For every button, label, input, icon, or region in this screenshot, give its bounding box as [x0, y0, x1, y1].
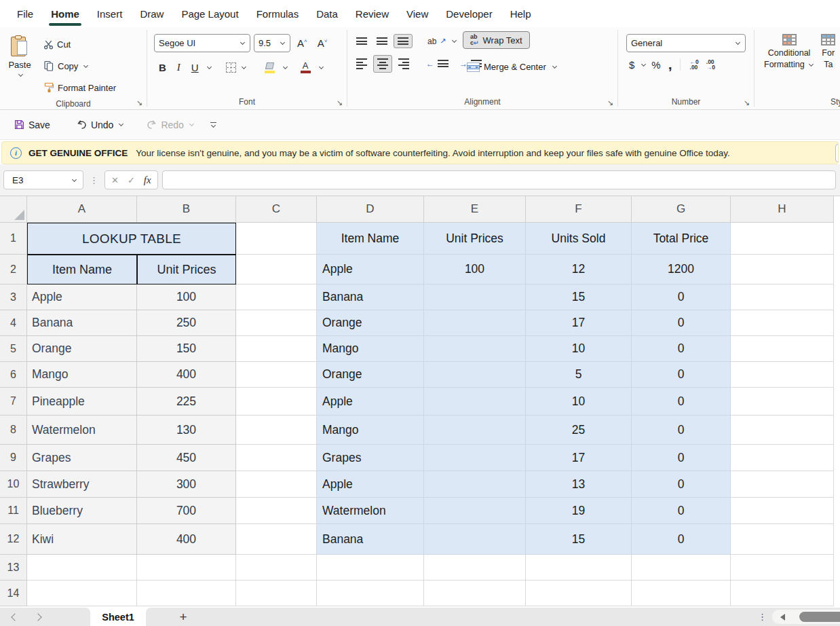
paste-button[interactable]: Paste: [0, 34, 39, 98]
cell-E13[interactable]: [424, 555, 526, 581]
scrollbar-thumb[interactable]: [799, 612, 840, 622]
increase-decimal-button[interactable]: ←0.00: [687, 59, 702, 71]
cell-F2[interactable]: 12: [526, 255, 632, 284]
row-header-8[interactable]: 8: [0, 416, 27, 445]
cell-F13[interactable]: [526, 555, 632, 581]
merge-center-button[interactable]: Merge & Center: [463, 60, 562, 74]
cell-G7[interactable]: 0: [632, 388, 731, 416]
cell-A12[interactable]: Kiwi: [27, 524, 137, 555]
row-header-13[interactable]: 13: [0, 555, 27, 581]
cell-D3[interactable]: Banana: [317, 284, 424, 310]
tab-page-layout[interactable]: Page Layout: [172, 0, 247, 27]
cell-H1[interactable]: [731, 223, 834, 255]
cell-H11[interactable]: [731, 498, 834, 524]
conditional-formatting-button[interactable]: Conditional Formatting: [764, 34, 814, 94]
cell-H9[interactable]: [731, 445, 834, 471]
cell-E4[interactable]: [424, 310, 526, 336]
customize-toolbar-button[interactable]: [210, 122, 218, 128]
cut-button[interactable]: Cut: [39, 34, 147, 54]
chevron-down-icon[interactable]: [641, 61, 646, 66]
cell-D6[interactable]: Orange: [317, 362, 424, 388]
row-header-12[interactable]: 12: [0, 524, 27, 555]
cell-B13[interactable]: [137, 555, 236, 581]
cell-F6[interactable]: 5: [526, 362, 632, 388]
cell-A7[interactable]: Pineapple: [27, 388, 137, 416]
cell-B4[interactable]: 250: [137, 310, 236, 336]
cell-B3[interactable]: 100: [137, 284, 236, 310]
cell-D11[interactable]: Watermelon: [317, 498, 424, 524]
cell-G12[interactable]: 0: [632, 524, 731, 555]
cell-E7[interactable]: [424, 388, 526, 416]
cell-F8[interactable]: 25: [526, 416, 632, 445]
cell-G8[interactable]: 0: [632, 416, 731, 445]
number-dialog-launcher-icon[interactable]: ↘: [744, 99, 750, 107]
column-header-G[interactable]: G: [632, 196, 731, 223]
italic-button[interactable]: I: [172, 60, 185, 75]
decrease-font-size-button[interactable]: A˅: [314, 37, 331, 49]
align-right-button[interactable]: [395, 56, 413, 72]
currency-format-button[interactable]: $: [626, 59, 637, 71]
column-header-A[interactable]: A: [27, 196, 137, 223]
row-header-11[interactable]: 11: [0, 498, 27, 524]
percent-format-button[interactable]: %: [649, 59, 663, 71]
add-sheet-button[interactable]: +: [173, 608, 193, 626]
cell-D8[interactable]: Mango: [317, 416, 424, 445]
cell-A2[interactable]: Item Name: [27, 255, 137, 284]
cell-F3[interactable]: 15: [526, 284, 632, 310]
comma-format-button[interactable]: ,: [666, 60, 675, 69]
bold-button[interactable]: B: [154, 60, 171, 75]
cell-F4[interactable]: 17: [526, 310, 632, 336]
cell-E1[interactable]: Unit Prices: [424, 223, 526, 255]
select-all-corner[interactable]: [0, 196, 27, 223]
cell-G14[interactable]: [632, 581, 731, 606]
row-header-6[interactable]: 6: [0, 362, 27, 388]
insert-function-button[interactable]: fx: [144, 174, 151, 186]
cell-D7[interactable]: Apple: [317, 388, 424, 416]
cell-E9[interactable]: [424, 445, 526, 471]
cell-H3[interactable]: [731, 284, 834, 310]
scroll-left-icon[interactable]: [780, 614, 785, 621]
cell-C8[interactable]: [236, 416, 317, 445]
cell-E5[interactable]: [424, 336, 526, 362]
cell-B2[interactable]: Unit Prices: [137, 255, 236, 284]
tab-formulas[interactable]: Formulas: [248, 0, 308, 27]
cell-A11[interactable]: Blueberry: [27, 498, 137, 524]
cell-C5[interactable]: [236, 336, 317, 362]
cell-B7[interactable]: 225: [137, 388, 236, 416]
cell-E3[interactable]: [424, 284, 526, 310]
cell-C10[interactable]: [236, 471, 317, 498]
tab-data[interactable]: Data: [307, 0, 347, 27]
cell-H8[interactable]: [731, 416, 834, 445]
cell-H13[interactable]: [731, 555, 834, 581]
cell-B9[interactable]: 450: [137, 445, 236, 471]
cell-F7[interactable]: 10: [526, 388, 632, 416]
cell-A10[interactable]: Strawberry: [27, 471, 137, 498]
cell-F14[interactable]: [526, 581, 632, 606]
get-genuine-button[interactable]: Get g: [835, 144, 839, 162]
cell-A4[interactable]: Banana: [27, 310, 137, 336]
previous-sheet-icon[interactable]: [11, 613, 18, 621]
cell-G4[interactable]: 0: [632, 310, 731, 336]
bottom-align-button[interactable]: [394, 34, 413, 48]
row-header-1[interactable]: 1: [0, 223, 27, 255]
cell-E11[interactable]: [424, 498, 526, 524]
row-header-5[interactable]: 5: [0, 336, 27, 362]
cell-C14[interactable]: [236, 581, 317, 606]
cell-A14[interactable]: [27, 581, 137, 606]
cell-E6[interactable]: [424, 362, 526, 388]
cell-D5[interactable]: Mango: [317, 336, 424, 362]
cell-C1[interactable]: [236, 223, 317, 255]
cell-D14[interactable]: [317, 581, 424, 606]
tab-draw[interactable]: Draw: [131, 0, 172, 27]
font-dialog-launcher-icon[interactable]: ↘: [337, 99, 343, 107]
row-header-9[interactable]: 9: [0, 445, 27, 471]
cell-C3[interactable]: [236, 284, 317, 310]
row-header-14[interactable]: 14: [0, 581, 27, 606]
chevron-down-icon[interactable]: [207, 65, 212, 69]
cell-D1[interactable]: Item Name: [317, 223, 424, 255]
cell-C2[interactable]: [236, 255, 317, 284]
number-format-combobox[interactable]: General: [626, 34, 746, 52]
align-left-button[interactable]: [353, 56, 370, 72]
cell-C6[interactable]: [236, 362, 317, 388]
cell-G9[interactable]: 0: [632, 445, 731, 471]
